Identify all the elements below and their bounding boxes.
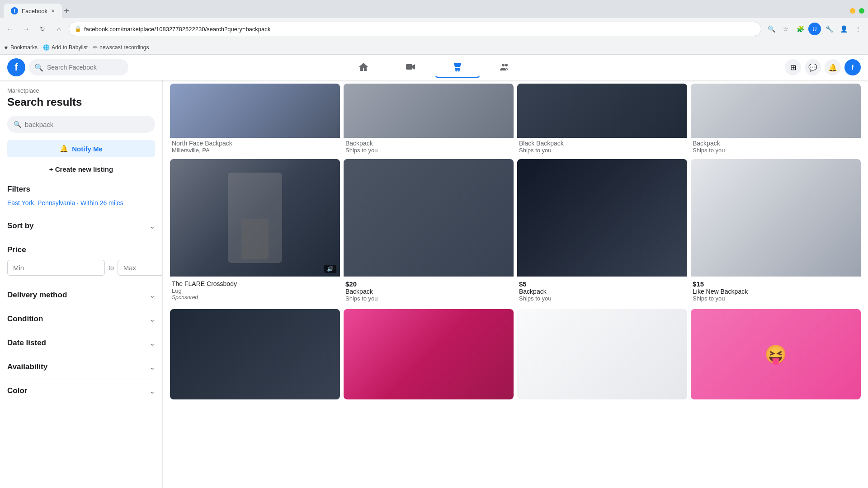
availability-label: Availability [7,362,47,371]
ships-text: Ships to you [693,295,859,302]
emoji-decoration: 😝 [764,344,787,365]
messenger-button[interactable]: 💬 [805,59,821,75]
product-image [344,159,514,277]
list-item[interactable]: $5 Backpack Ships to you [517,159,687,305]
fb-logo[interactable]: f [7,58,25,76]
sponsored-label: Sponsored [172,294,338,300]
nav-groups[interactable] [482,56,527,78]
sort-by-section: Sort by ⌄ [7,214,155,238]
product-image-inner [691,159,861,277]
create-listing-label: + Create new listing [49,165,113,173]
date-listed-chevron-icon: ⌄ [149,339,155,347]
home-button[interactable]: ⌂ [52,23,65,35]
new-tab-button[interactable]: + [64,6,69,16]
product-image [517,84,687,138]
list-item[interactable] [170,309,340,399]
svg-point-4 [502,64,505,66]
color-header[interactable]: Color ⌄ [7,386,155,395]
address-bar[interactable]: 🔒 facebook.com/marketplace/1083277825222… [69,22,761,36]
bookmarks-item[interactable]: ★ Bookmarks [4,44,38,51]
lock-icon: 🔒 [75,26,81,32]
list-item[interactable] [344,309,514,399]
fb-search-box[interactable]: 🔍 [29,59,128,75]
tab-title: Facebook [22,8,47,14]
list-item[interactable]: $20 Backpack Ships to you [344,159,514,305]
minimize-button[interactable] [850,8,855,14]
product-title: Backpack [345,288,512,295]
product-image-inner [344,309,514,399]
forward-button[interactable]: → [20,23,33,35]
price-min-input[interactable] [7,260,105,276]
product-image [344,84,514,138]
condition-label: Condition [7,314,43,324]
list-item[interactable]: North Face Backpack Millersville, PA [170,84,340,155]
date-listed-header[interactable]: Date listed ⌄ [7,338,155,347]
silhouette-body [241,219,269,259]
svg-rect-0 [406,64,412,70]
svg-point-2 [456,70,457,71]
product-image [517,309,687,399]
active-tab[interactable]: f Facebook × [4,4,62,18]
tab-bar: f Facebook × + [0,0,868,18]
product-info: $5 Backpack Ships to you [517,277,687,305]
page-title: Search results [7,96,155,108]
list-item[interactable]: Backpack Ships to you [344,84,514,155]
list-item[interactable]: Backpack Ships to you [691,84,861,155]
location-filter[interactable]: East York, Pennsylvania · Within 26 mile… [7,199,155,206]
newscast-item[interactable]: ✏ newscast recordings [93,44,149,51]
product-location: Millersville, PA [172,147,338,154]
create-listing-button[interactable]: + Create new listing [7,161,155,178]
product-info: Backpack Ships to you [691,138,861,155]
list-item[interactable]: 😝 [691,309,861,399]
svg-point-5 [505,64,508,66]
extensions-button[interactable]: 🧩 [794,23,807,35]
bookmark-star-button[interactable]: ☆ [779,23,792,35]
nav-home[interactable] [341,56,386,78]
sidebar-search-input[interactable] [25,121,149,128]
sort-by-header[interactable]: Sort by ⌄ [7,221,155,230]
extensions-puzzle-button[interactable]: 🔧 [823,23,835,35]
list-item[interactable]: 🔊 The FLARE Crossbody Lug Sponsored [170,159,340,305]
delivery-method-label: Delivery method [7,291,67,300]
search-input[interactable] [47,64,123,71]
profile-button[interactable]: U [808,23,821,35]
maximize-button[interactable] [859,8,864,14]
close-tab-button[interactable]: × [51,7,55,14]
condition-header[interactable]: Condition ⌄ [7,314,155,324]
top-partial-row: North Face Backpack Millersville, PA Bac… [170,84,861,155]
menu-button[interactable]: ⋮ [852,23,864,35]
fb-nav-center [341,56,527,78]
color-label: Color [7,386,27,395]
sort-by-label: Sort by [7,221,34,230]
ships-text: Ships to you [345,295,512,302]
product-title: Black Backpack [519,140,685,147]
sidebar-search-bar[interactable]: 🔍 [7,116,155,133]
availability-header[interactable]: Availability ⌄ [7,362,155,371]
price-max-input[interactable] [118,260,163,276]
availability-chevron-icon: ⌄ [149,363,155,371]
notify-me-button[interactable]: 🔔 Notify Me [7,140,155,157]
tab-favicon: f [11,7,18,14]
svg-marker-1 [412,64,415,70]
browser-profile-button[interactable]: 👤 [837,23,850,35]
date-listed-label: Date listed [7,338,46,347]
nav-video[interactable] [388,56,433,78]
product-image-inner: 😝 [691,309,861,399]
sort-by-chevron-icon: ⌄ [149,222,155,230]
list-item[interactable]: $15 Like New Backpack Ships to you [691,159,861,305]
apps-grid-button[interactable]: ⊞ [785,59,801,75]
nav-marketplace[interactable] [435,56,480,78]
list-item[interactable] [517,309,687,399]
profile-avatar[interactable]: f [844,59,861,75]
product-title: Backpack [345,140,512,147]
babylist-item[interactable]: 🌐 Add to Babylist [43,44,88,51]
delivery-method-header[interactable]: Delivery method ⌄ [7,291,155,300]
product-title: Like New Backpack [693,288,859,295]
search-web-button[interactable]: 🔍 [765,23,778,35]
list-item[interactable]: Black Backpack Ships to you [517,84,687,155]
sidebar-search-icon: 🔍 [14,121,21,128]
back-button[interactable]: ← [4,23,16,35]
refresh-button[interactable]: ↻ [36,23,49,35]
notifications-button[interactable]: 🔔 [825,59,841,75]
address-bar-row: ← → ↻ ⌂ 🔒 facebook.com/marketplace/10832… [0,18,868,40]
